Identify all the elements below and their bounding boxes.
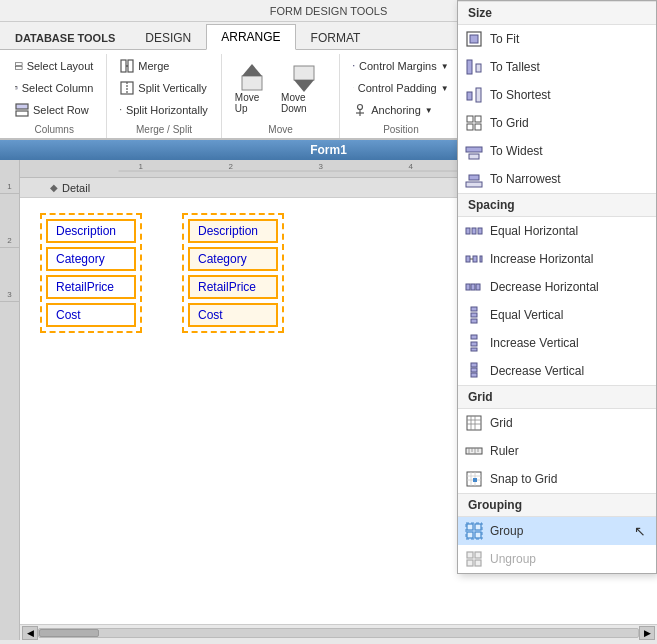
svg-rect-67 bbox=[471, 319, 477, 323]
svg-rect-49 bbox=[467, 124, 473, 130]
move-up-btn[interactable]: Move Up bbox=[230, 60, 274, 118]
field-retailprice-1[interactable]: RetailPrice bbox=[46, 275, 136, 299]
horizontal-scrollbar[interactable]: ◀ ▶ bbox=[20, 624, 657, 640]
split-vertically-icon bbox=[120, 81, 134, 95]
scroll-track[interactable] bbox=[38, 628, 639, 638]
svg-rect-2 bbox=[15, 87, 16, 89]
svg-rect-53 bbox=[469, 175, 479, 180]
to-shortest-icon bbox=[464, 85, 484, 105]
field-description-1[interactable]: Description bbox=[46, 219, 136, 243]
increase-vertical-label: Increase Vertical bbox=[490, 336, 579, 350]
menu-to-narrowest[interactable]: To Narrowest bbox=[458, 165, 656, 193]
split-horizontally-label: Split Horizontally bbox=[126, 104, 208, 116]
equal-horizontal-label: Equal Horizontal bbox=[490, 224, 578, 238]
field-cost-2[interactable]: Cost bbox=[188, 303, 278, 327]
ribbon-group-columns: Select Layout Select Column Select Row C… bbox=[2, 54, 107, 138]
field-cost-1[interactable]: Cost bbox=[46, 303, 136, 327]
menu-group[interactable]: Group ↖ bbox=[458, 517, 656, 545]
merge-icon bbox=[120, 59, 134, 73]
svg-rect-97 bbox=[467, 560, 473, 566]
control-padding-btn[interactable]: Control Padding ▼ bbox=[348, 78, 453, 98]
snap-to-grid-label: Snap to Grid bbox=[490, 472, 557, 486]
to-grid-icon bbox=[464, 113, 484, 133]
ribbon-group-merge: Merge Split Vertically Split Horizontall… bbox=[107, 54, 222, 138]
merge-label: Merge bbox=[138, 60, 169, 72]
menu-decrease-vertical[interactable]: Decrease Vertical bbox=[458, 357, 656, 385]
select-layout-btn[interactable]: Select Layout bbox=[10, 56, 98, 76]
scroll-thumb[interactable] bbox=[39, 629, 99, 637]
field-description-2[interactable]: Description bbox=[188, 219, 278, 243]
anchoring-icon bbox=[353, 103, 367, 117]
menu-to-tallest[interactable]: To Tallest bbox=[458, 53, 656, 81]
field-retailprice-2[interactable]: RetailPrice bbox=[188, 275, 278, 299]
tab-design[interactable]: DESIGN bbox=[130, 24, 206, 50]
menu-decrease-horizontal[interactable]: Decrease Horizontal bbox=[458, 273, 656, 301]
svg-rect-55 bbox=[466, 228, 470, 234]
move-up-icon bbox=[238, 64, 266, 92]
merge-btn[interactable]: Merge bbox=[115, 56, 213, 76]
menu-ruler[interactable]: Ruler bbox=[458, 437, 656, 465]
split-horizontally-btn[interactable]: Split Horizontally bbox=[115, 100, 213, 120]
move-down-btn[interactable]: Move Down bbox=[276, 60, 331, 118]
menu-to-fit[interactable]: To Fit bbox=[458, 25, 656, 53]
svg-marker-16 bbox=[294, 80, 314, 92]
equal-horizontal-icon bbox=[464, 221, 484, 241]
anchoring-label: Anchoring bbox=[371, 104, 421, 116]
decrease-vertical-label: Decrease Vertical bbox=[490, 364, 584, 378]
svg-rect-92 bbox=[467, 532, 473, 538]
select-column-label: Select Column bbox=[22, 82, 94, 94]
menu-to-shortest[interactable]: To Shortest bbox=[458, 81, 656, 109]
menu-to-grid[interactable]: To Grid bbox=[458, 109, 656, 137]
svg-rect-4 bbox=[16, 104, 28, 109]
svg-rect-68 bbox=[471, 335, 477, 339]
select-column-icon bbox=[15, 81, 18, 95]
grid-label: Grid bbox=[490, 416, 513, 430]
svg-point-21 bbox=[358, 105, 363, 110]
svg-rect-91 bbox=[475, 524, 481, 530]
menu-increase-vertical[interactable]: Increase Vertical bbox=[458, 329, 656, 357]
svg-rect-51 bbox=[466, 147, 482, 152]
menu-equal-horizontal[interactable]: Equal Horizontal bbox=[458, 217, 656, 245]
increase-vertical-icon bbox=[464, 333, 484, 353]
menu-to-widest[interactable]: To Widest bbox=[458, 137, 656, 165]
svg-rect-70 bbox=[471, 348, 477, 351]
to-widest-icon bbox=[464, 141, 484, 161]
menu-snap-to-grid[interactable]: Snap to Grid bbox=[458, 465, 656, 493]
tab-database-tools[interactable]: DATABASE TOOLS bbox=[0, 24, 130, 50]
anchoring-btn[interactable]: Anchoring ▼ bbox=[348, 100, 453, 120]
svg-rect-69 bbox=[471, 342, 477, 346]
svg-rect-5 bbox=[16, 111, 28, 116]
svg-rect-79 bbox=[466, 448, 482, 454]
split-vertically-btn[interactable]: Split Vertically bbox=[115, 78, 213, 98]
select-row-btn[interactable]: Select Row bbox=[10, 100, 98, 120]
move-down-icon bbox=[290, 64, 318, 92]
svg-rect-7 bbox=[128, 60, 133, 72]
cursor-indicator: ↖ bbox=[634, 523, 646, 539]
menu-increase-horizontal[interactable]: Increase Horizontal bbox=[458, 245, 656, 273]
select-row-icon bbox=[15, 103, 29, 117]
svg-rect-42 bbox=[470, 35, 478, 43]
scroll-left-btn[interactable]: ◀ bbox=[22, 626, 38, 640]
to-fit-icon bbox=[464, 29, 484, 49]
tab-format[interactable]: FORMAT bbox=[296, 24, 376, 50]
svg-rect-63 bbox=[471, 284, 475, 290]
svg-rect-58 bbox=[466, 256, 470, 262]
svg-rect-71 bbox=[471, 363, 477, 367]
control-margins-btn[interactable]: Control Margins ▼ bbox=[348, 56, 453, 76]
svg-rect-6 bbox=[121, 60, 126, 72]
svg-rect-3 bbox=[17, 87, 18, 89]
to-shortest-label: To Shortest bbox=[490, 88, 551, 102]
decrease-horizontal-label: Decrease Horizontal bbox=[490, 280, 599, 294]
field-category-2[interactable]: Category bbox=[188, 247, 278, 271]
tab-arrange[interactable]: ARRANGE bbox=[206, 24, 295, 50]
size-space-dropdown: Size To Fit To Tallest To Shortest To Gr… bbox=[457, 0, 657, 574]
menu-equal-vertical[interactable]: Equal Vertical bbox=[458, 301, 656, 329]
select-column-btn[interactable]: Select Column bbox=[10, 78, 98, 98]
select-layout-label: Select Layout bbox=[27, 60, 94, 72]
main-area: Form1 1 2 3 1 2 3 4 bbox=[0, 140, 657, 644]
menu-grid[interactable]: Grid bbox=[458, 409, 656, 437]
grouping-section-header: Grouping bbox=[458, 493, 656, 517]
svg-rect-44 bbox=[476, 64, 481, 72]
field-category-1[interactable]: Category bbox=[46, 247, 136, 271]
scroll-right-btn[interactable]: ▶ bbox=[639, 626, 655, 640]
